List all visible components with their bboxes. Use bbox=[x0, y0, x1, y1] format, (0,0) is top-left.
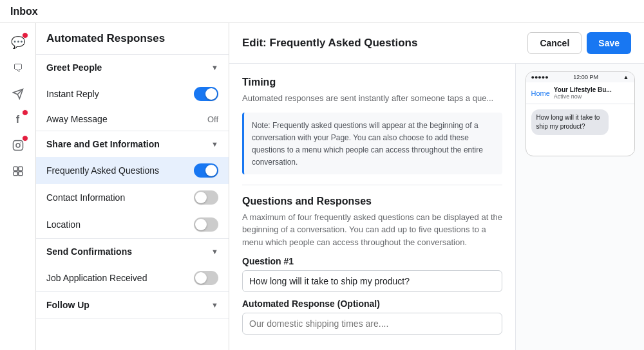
sidebar-item-away-message[interactable]: Away Message Off bbox=[36, 107, 229, 131]
chat-nav-icon[interactable]: 💬 bbox=[6, 31, 30, 54]
messenger-nav-icon[interactable]: 🗨 bbox=[6, 57, 30, 80]
sidebar-section-confirmations-header[interactable]: Send Confirmations ▼ bbox=[36, 239, 229, 264]
fb-badge bbox=[22, 109, 28, 116]
timing-desc: Automated responses are sent instantly a… bbox=[242, 92, 502, 105]
instant-reply-toggle[interactable] bbox=[194, 87, 218, 101]
sidebar: Automated Responses Greet People ▼ Insta… bbox=[36, 23, 229, 350]
sidebar-item-location[interactable]: Location bbox=[36, 211, 229, 238]
phone-status-bar: ●●●●● 12:00 PM ▲ bbox=[526, 72, 634, 82]
phone-chat-status: Active now bbox=[554, 93, 629, 100]
timing-title: Timing bbox=[242, 77, 502, 88]
phone-nav-bar: Home Your Lifestyle Bu... Active now bbox=[526, 82, 634, 104]
sidebar-section-greet: Greet People ▼ Instant Reply Away Messag… bbox=[36, 55, 229, 131]
contact-info-label: Contact Information bbox=[46, 192, 194, 203]
note-text: Note: Frequently asked questions will ap… bbox=[252, 121, 483, 167]
note-box: Note: Frequently asked questions will ap… bbox=[242, 113, 502, 174]
svg-point-3 bbox=[16, 143, 20, 147]
phone-back-button[interactable]: Home bbox=[531, 89, 550, 97]
job-application-toggle[interactable] bbox=[194, 271, 218, 285]
sidebar-item-contact-info[interactable]: Contact Information bbox=[36, 184, 229, 211]
response-1-label: Automated Response (Optional) bbox=[242, 299, 502, 309]
instagram-icon bbox=[12, 140, 24, 151]
settings-nav-icon[interactable] bbox=[6, 160, 30, 183]
location-label: Location bbox=[46, 219, 194, 230]
phone-messages: How long will it take to ship my product… bbox=[526, 104, 634, 156]
main-content: Edit: Frequently Asked Questions Cancel … bbox=[229, 23, 644, 350]
content-body: Timing Automated responses are sent inst… bbox=[229, 64, 644, 350]
phone-chat-info: Your Lifestyle Bu... Active now bbox=[554, 86, 629, 100]
content-panel: Timing Automated responses are sent inst… bbox=[229, 64, 515, 350]
phone-time: 12:00 PM bbox=[573, 74, 598, 80]
question-1-input[interactable] bbox=[242, 270, 502, 292]
sidebar-section-share: Share and Get Information ▼ Frequently A… bbox=[36, 131, 229, 239]
chat-badge bbox=[22, 32, 28, 39]
settings-icon bbox=[12, 165, 24, 177]
svg-point-4 bbox=[20, 142, 21, 143]
sidebar-section-share-header[interactable]: Share and Get Information ▼ bbox=[36, 131, 229, 157]
away-message-value: Off bbox=[207, 115, 218, 124]
faq-toggle[interactable] bbox=[194, 163, 218, 178]
cancel-button[interactable]: Cancel bbox=[527, 32, 582, 54]
contact-info-toggle[interactable] bbox=[194, 190, 218, 205]
sidebar-item-instant-reply[interactable]: Instant Reply bbox=[36, 80, 229, 107]
followup-section-label: Follow Up bbox=[46, 300, 90, 310]
sidebar-item-faq[interactable]: Frequently Asked Questions bbox=[36, 157, 229, 184]
save-button[interactable]: Save bbox=[587, 32, 631, 54]
page-title: Inbox bbox=[10, 6, 38, 17]
chevron-down-icon-4: ▼ bbox=[211, 301, 218, 309]
sidebar-section-followup-header[interactable]: Follow Up ▼ bbox=[36, 292, 229, 318]
svg-rect-5 bbox=[14, 167, 17, 170]
header-buttons: Cancel Save bbox=[527, 32, 631, 54]
questions-title: Questions and Responses bbox=[242, 196, 502, 207]
sidebar-section-followup: Follow Up ▼ bbox=[36, 292, 229, 318]
svg-rect-8 bbox=[18, 172, 22, 176]
questions-desc: A maximum of four frequently asked quest… bbox=[242, 211, 502, 249]
instagram-nav-icon[interactable] bbox=[6, 134, 30, 157]
ig-badge bbox=[22, 135, 28, 142]
phone-preview: ●●●●● 12:00 PM ▲ Home Your Lifestyle Bu.… bbox=[515, 64, 644, 350]
phone-mockup: ●●●●● 12:00 PM ▲ Home Your Lifestyle Bu.… bbox=[526, 71, 635, 156]
sidebar-section-greet-header[interactable]: Greet People ▼ bbox=[36, 55, 229, 80]
chevron-down-icon-2: ▼ bbox=[211, 140, 218, 148]
edit-title: Edit: Frequently Asked Questions bbox=[242, 37, 417, 50]
facebook-nav-icon[interactable]: f bbox=[6, 108, 30, 131]
edit-header: Edit: Frequently Asked Questions Cancel … bbox=[229, 23, 644, 64]
phone-signal: ●●●●● bbox=[531, 74, 549, 80]
phone-chat-name: Your Lifestyle Bu... bbox=[554, 86, 629, 93]
phone-wifi: ▲ bbox=[623, 74, 629, 80]
away-message-label: Away Message bbox=[46, 114, 207, 124]
sidebar-item-job-application[interactable]: Job Application Received bbox=[36, 264, 229, 291]
svg-rect-7 bbox=[14, 172, 17, 176]
response-1-input[interactable] bbox=[242, 313, 502, 335]
top-header: Inbox bbox=[0, 0, 644, 23]
chevron-down-icon-3: ▼ bbox=[211, 248, 218, 255]
greet-section-label: Greet People bbox=[46, 62, 102, 73]
sidebar-section-confirmations: Send Confirmations ▼ Job Application Rec… bbox=[36, 239, 229, 292]
send-nav-icon[interactable] bbox=[6, 82, 30, 106]
chevron-down-icon: ▼ bbox=[211, 64, 218, 71]
job-application-label: Job Application Received bbox=[46, 273, 194, 283]
confirmations-section-label: Send Confirmations bbox=[46, 246, 132, 257]
share-section-label: Share and Get Information bbox=[46, 139, 160, 149]
question-1-label: Question #1 bbox=[242, 256, 502, 266]
faq-label: Frequently Asked Questions bbox=[46, 165, 194, 176]
sidebar-title: Automated Responses bbox=[36, 23, 229, 55]
divider-1 bbox=[242, 185, 502, 185]
svg-rect-6 bbox=[18, 167, 22, 170]
send-icon bbox=[12, 88, 24, 100]
question-1-block: Question #1 Automated Response (Optional… bbox=[242, 256, 502, 335]
nav-sidebar: 💬 🗨 f bbox=[0, 23, 36, 350]
location-toggle[interactable] bbox=[194, 217, 218, 232]
svg-rect-2 bbox=[13, 141, 23, 151]
phone-bubble: How long will it take to ship my product… bbox=[531, 109, 609, 135]
instant-reply-label: Instant Reply bbox=[46, 89, 194, 99]
